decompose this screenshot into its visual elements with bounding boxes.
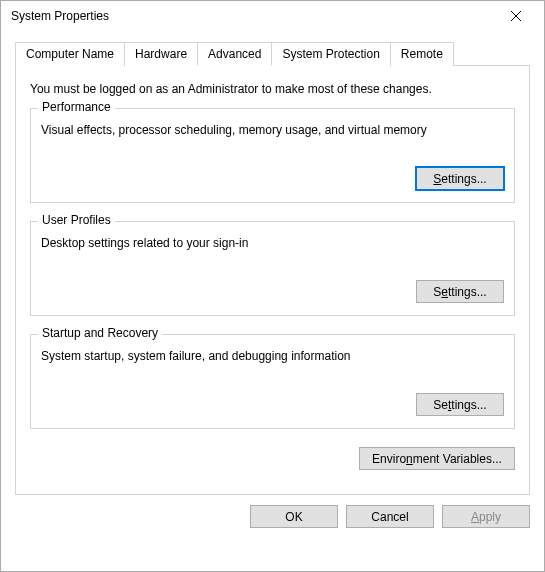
apply-button[interactable]: Apply: [442, 505, 530, 528]
ok-button[interactable]: OK: [250, 505, 338, 528]
user-profiles-desc: Desktop settings related to your sign-in: [41, 236, 504, 250]
performance-title: Performance: [38, 100, 115, 114]
close-icon: [511, 11, 521, 21]
performance-group: Performance Visual effects, processor sc…: [30, 108, 515, 203]
cancel-button[interactable]: Cancel: [346, 505, 434, 528]
tab-strip: Computer Name Hardware Advanced System P…: [15, 41, 530, 66]
startup-recovery-settings-button[interactable]: Settings...: [416, 393, 504, 416]
tab-computer-name[interactable]: Computer Name: [15, 42, 125, 66]
startup-recovery-group: Startup and Recovery System startup, sys…: [30, 334, 515, 429]
tab-hardware[interactable]: Hardware: [124, 42, 198, 66]
tab-advanced[interactable]: Advanced: [197, 42, 272, 66]
window-title: System Properties: [11, 9, 109, 23]
user-profiles-settings-button[interactable]: Settings...: [416, 280, 504, 303]
dialog-footer: OK Cancel Apply: [1, 495, 544, 540]
performance-desc: Visual effects, processor scheduling, me…: [41, 123, 504, 137]
startup-recovery-title: Startup and Recovery: [38, 326, 162, 340]
admin-notice: You must be logged on as an Administrato…: [30, 82, 515, 96]
user-profiles-group: User Profiles Desktop settings related t…: [30, 221, 515, 316]
user-profiles-title: User Profiles: [38, 213, 115, 227]
advanced-panel: You must be logged on as an Administrato…: [15, 66, 530, 495]
tab-remote[interactable]: Remote: [390, 42, 454, 66]
performance-settings-button[interactable]: Settings...: [416, 167, 504, 190]
dialog-content: Computer Name Hardware Advanced System P…: [1, 31, 544, 495]
close-button[interactable]: [496, 2, 536, 30]
environment-variables-button[interactable]: Environment Variables...: [359, 447, 515, 470]
titlebar: System Properties: [1, 1, 544, 31]
startup-recovery-desc: System startup, system failure, and debu…: [41, 349, 504, 363]
tab-system-protection[interactable]: System Protection: [271, 42, 390, 66]
